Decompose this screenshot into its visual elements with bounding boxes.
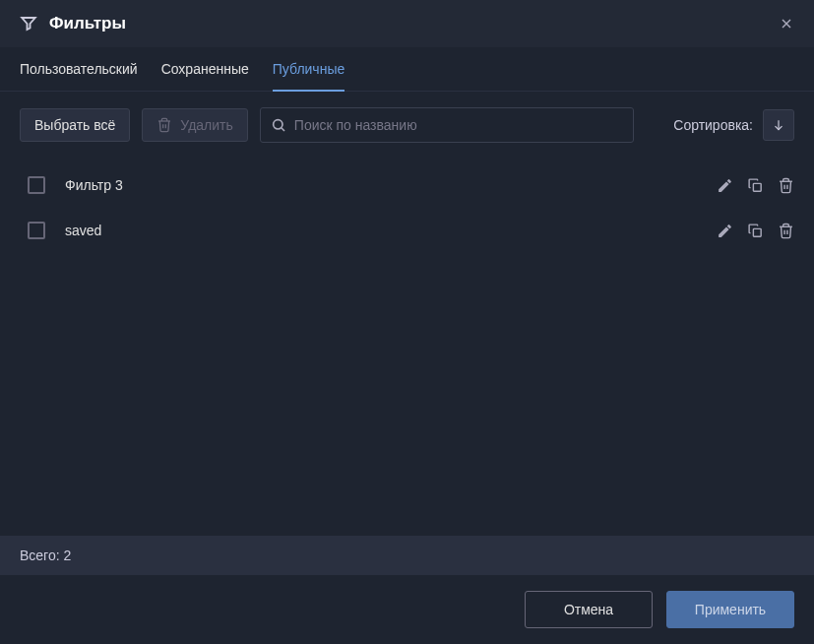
item-checkbox[interactable] bbox=[28, 222, 45, 239]
search-icon bbox=[271, 117, 286, 133]
copy-button[interactable] bbox=[747, 177, 764, 194]
sort-direction-button[interactable] bbox=[763, 109, 794, 141]
total-count: Всего: 2 bbox=[20, 547, 71, 563]
svg-line-3 bbox=[282, 128, 284, 131]
footer-status: Всего: 2 bbox=[0, 536, 814, 575]
select-all-label: Выбрать всё bbox=[34, 117, 115, 133]
item-actions bbox=[717, 223, 794, 239]
tab-public[interactable]: Публичные bbox=[273, 47, 344, 91]
item-name: saved bbox=[65, 223, 697, 238]
svg-rect-5 bbox=[753, 183, 761, 191]
edit-button[interactable] bbox=[717, 223, 733, 239]
toolbar: Выбрать всё Удалить С bbox=[0, 92, 814, 159]
dialog-header: Фильтры bbox=[0, 0, 814, 47]
svg-point-2 bbox=[273, 120, 282, 129]
item-name: Фильтр 3 bbox=[65, 177, 697, 193]
tabs: Пользовательский Сохраненные Публичные bbox=[0, 47, 814, 92]
tab-saved[interactable]: Сохраненные bbox=[161, 47, 249, 91]
apply-label: Применить bbox=[695, 602, 766, 617]
footer-buttons: Отмена Применить bbox=[0, 575, 814, 644]
cancel-button[interactable]: Отмена bbox=[525, 591, 653, 628]
edit-button[interactable] bbox=[717, 177, 733, 194]
delete-item-button[interactable] bbox=[778, 177, 794, 194]
close-button[interactable] bbox=[779, 16, 794, 32]
delete-item-button[interactable] bbox=[778, 223, 794, 239]
delete-button[interactable]: Удалить bbox=[142, 108, 247, 142]
sort-group: Сортировка: bbox=[673, 109, 794, 141]
trash-icon bbox=[157, 117, 172, 133]
arrow-down-icon bbox=[772, 118, 785, 132]
select-all-button[interactable]: Выбрать всё bbox=[20, 108, 130, 142]
list-item: saved bbox=[10, 208, 804, 253]
header-left: Фильтры bbox=[20, 14, 126, 33]
sort-label: Сортировка: bbox=[673, 117, 753, 133]
item-actions bbox=[717, 177, 794, 194]
svg-rect-6 bbox=[753, 228, 761, 236]
tab-custom[interactable]: Пользовательский bbox=[20, 47, 138, 91]
dialog-title: Фильтры bbox=[49, 14, 126, 33]
filters-dialog: Фильтры Пользовательский Сохраненные Пуб… bbox=[0, 0, 814, 644]
cancel-label: Отмена bbox=[564, 602, 613, 617]
search-input[interactable] bbox=[286, 108, 623, 142]
search-box bbox=[260, 107, 634, 143]
filter-list: Фильтр 3 bbox=[0, 159, 814, 536]
filter-icon bbox=[20, 15, 37, 32]
delete-label: Удалить bbox=[180, 117, 232, 133]
apply-button[interactable]: Применить bbox=[666, 591, 794, 628]
list-item: Фильтр 3 bbox=[10, 162, 804, 208]
item-checkbox[interactable] bbox=[28, 176, 45, 194]
copy-button[interactable] bbox=[747, 223, 764, 239]
